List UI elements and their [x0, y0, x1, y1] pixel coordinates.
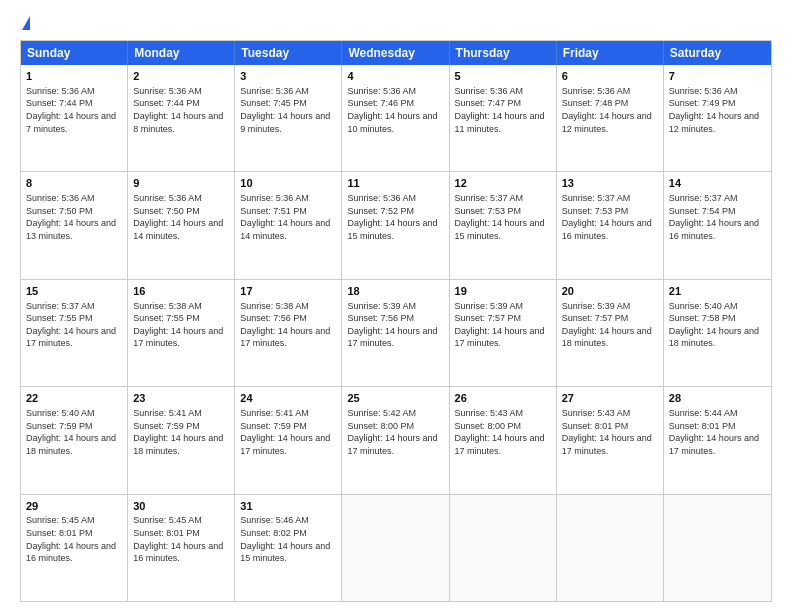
calendar-cell: 22Sunrise: 5:40 AMSunset: 7:59 PMDayligh… [21, 387, 128, 493]
day-number: 6 [562, 69, 658, 84]
calendar-cell: 11Sunrise: 5:36 AMSunset: 7:52 PMDayligh… [342, 172, 449, 278]
calendar-cell: 15Sunrise: 5:37 AMSunset: 7:55 PMDayligh… [21, 280, 128, 386]
day-number: 16 [133, 284, 229, 299]
calendar-cell: 31Sunrise: 5:46 AMSunset: 8:02 PMDayligh… [235, 495, 342, 601]
calendar-header-wednesday: Wednesday [342, 41, 449, 65]
day-number: 1 [26, 69, 122, 84]
day-number: 23 [133, 391, 229, 406]
calendar-week-1: 1Sunrise: 5:36 AMSunset: 7:44 PMDaylight… [21, 65, 771, 172]
cell-text: Sunrise: 5:36 AMSunset: 7:49 PMDaylight:… [669, 85, 766, 135]
day-number: 3 [240, 69, 336, 84]
calendar-cell: 17Sunrise: 5:38 AMSunset: 7:56 PMDayligh… [235, 280, 342, 386]
day-number: 26 [455, 391, 551, 406]
calendar-header-saturday: Saturday [664, 41, 771, 65]
calendar-cell [450, 495, 557, 601]
day-number: 13 [562, 176, 658, 191]
cell-text: Sunrise: 5:39 AMSunset: 7:56 PMDaylight:… [347, 300, 443, 350]
day-number: 27 [562, 391, 658, 406]
day-number: 18 [347, 284, 443, 299]
page: SundayMondayTuesdayWednesdayThursdayFrid… [0, 0, 792, 612]
day-number: 5 [455, 69, 551, 84]
cell-text: Sunrise: 5:40 AMSunset: 7:58 PMDaylight:… [669, 300, 766, 350]
calendar-header-monday: Monday [128, 41, 235, 65]
calendar-cell: 3Sunrise: 5:36 AMSunset: 7:45 PMDaylight… [235, 65, 342, 171]
cell-text: Sunrise: 5:43 AMSunset: 8:01 PMDaylight:… [562, 407, 658, 457]
cell-text: Sunrise: 5:45 AMSunset: 8:01 PMDaylight:… [26, 514, 122, 564]
day-number: 25 [347, 391, 443, 406]
day-number: 9 [133, 176, 229, 191]
day-number: 8 [26, 176, 122, 191]
cell-text: Sunrise: 5:36 AMSunset: 7:51 PMDaylight:… [240, 192, 336, 242]
day-number: 2 [133, 69, 229, 84]
calendar-cell: 23Sunrise: 5:41 AMSunset: 7:59 PMDayligh… [128, 387, 235, 493]
cell-text: Sunrise: 5:36 AMSunset: 7:50 PMDaylight:… [133, 192, 229, 242]
calendar-cell: 24Sunrise: 5:41 AMSunset: 7:59 PMDayligh… [235, 387, 342, 493]
day-number: 20 [562, 284, 658, 299]
calendar-cell: 7Sunrise: 5:36 AMSunset: 7:49 PMDaylight… [664, 65, 771, 171]
cell-text: Sunrise: 5:39 AMSunset: 7:57 PMDaylight:… [562, 300, 658, 350]
calendar-body: 1Sunrise: 5:36 AMSunset: 7:44 PMDaylight… [21, 65, 771, 601]
calendar-cell: 5Sunrise: 5:36 AMSunset: 7:47 PMDaylight… [450, 65, 557, 171]
calendar-cell: 13Sunrise: 5:37 AMSunset: 7:53 PMDayligh… [557, 172, 664, 278]
cell-text: Sunrise: 5:44 AMSunset: 8:01 PMDaylight:… [669, 407, 766, 457]
calendar-cell: 28Sunrise: 5:44 AMSunset: 8:01 PMDayligh… [664, 387, 771, 493]
calendar-cell: 21Sunrise: 5:40 AMSunset: 7:58 PMDayligh… [664, 280, 771, 386]
cell-text: Sunrise: 5:45 AMSunset: 8:01 PMDaylight:… [133, 514, 229, 564]
calendar-week-4: 22Sunrise: 5:40 AMSunset: 7:59 PMDayligh… [21, 387, 771, 494]
cell-text: Sunrise: 5:41 AMSunset: 7:59 PMDaylight:… [240, 407, 336, 457]
calendar-cell: 20Sunrise: 5:39 AMSunset: 7:57 PMDayligh… [557, 280, 664, 386]
cell-text: Sunrise: 5:39 AMSunset: 7:57 PMDaylight:… [455, 300, 551, 350]
calendar-cell: 14Sunrise: 5:37 AMSunset: 7:54 PMDayligh… [664, 172, 771, 278]
calendar-cell: 29Sunrise: 5:45 AMSunset: 8:01 PMDayligh… [21, 495, 128, 601]
calendar-week-5: 29Sunrise: 5:45 AMSunset: 8:01 PMDayligh… [21, 495, 771, 601]
calendar-cell: 27Sunrise: 5:43 AMSunset: 8:01 PMDayligh… [557, 387, 664, 493]
day-number: 21 [669, 284, 766, 299]
calendar-header-sunday: Sunday [21, 41, 128, 65]
calendar-cell: 26Sunrise: 5:43 AMSunset: 8:00 PMDayligh… [450, 387, 557, 493]
cell-text: Sunrise: 5:36 AMSunset: 7:44 PMDaylight:… [133, 85, 229, 135]
day-number: 14 [669, 176, 766, 191]
calendar: SundayMondayTuesdayWednesdayThursdayFrid… [20, 40, 772, 602]
day-number: 24 [240, 391, 336, 406]
cell-text: Sunrise: 5:36 AMSunset: 7:47 PMDaylight:… [455, 85, 551, 135]
calendar-cell: 16Sunrise: 5:38 AMSunset: 7:55 PMDayligh… [128, 280, 235, 386]
calendar-cell: 12Sunrise: 5:37 AMSunset: 7:53 PMDayligh… [450, 172, 557, 278]
cell-text: Sunrise: 5:37 AMSunset: 7:55 PMDaylight:… [26, 300, 122, 350]
cell-text: Sunrise: 5:37 AMSunset: 7:53 PMDaylight:… [562, 192, 658, 242]
day-number: 7 [669, 69, 766, 84]
calendar-cell: 30Sunrise: 5:45 AMSunset: 8:01 PMDayligh… [128, 495, 235, 601]
day-number: 30 [133, 499, 229, 514]
day-number: 17 [240, 284, 336, 299]
calendar-header-friday: Friday [557, 41, 664, 65]
cell-text: Sunrise: 5:36 AMSunset: 7:48 PMDaylight:… [562, 85, 658, 135]
cell-text: Sunrise: 5:43 AMSunset: 8:00 PMDaylight:… [455, 407, 551, 457]
calendar-cell: 18Sunrise: 5:39 AMSunset: 7:56 PMDayligh… [342, 280, 449, 386]
day-number: 19 [455, 284, 551, 299]
logo [20, 16, 30, 32]
cell-text: Sunrise: 5:38 AMSunset: 7:56 PMDaylight:… [240, 300, 336, 350]
cell-text: Sunrise: 5:42 AMSunset: 8:00 PMDaylight:… [347, 407, 443, 457]
calendar-week-2: 8Sunrise: 5:36 AMSunset: 7:50 PMDaylight… [21, 172, 771, 279]
day-number: 31 [240, 499, 336, 514]
cell-text: Sunrise: 5:36 AMSunset: 7:50 PMDaylight:… [26, 192, 122, 242]
cell-text: Sunrise: 5:41 AMSunset: 7:59 PMDaylight:… [133, 407, 229, 457]
calendar-header-thursday: Thursday [450, 41, 557, 65]
day-number: 15 [26, 284, 122, 299]
cell-text: Sunrise: 5:36 AMSunset: 7:46 PMDaylight:… [347, 85, 443, 135]
calendar-cell: 2Sunrise: 5:36 AMSunset: 7:44 PMDaylight… [128, 65, 235, 171]
calendar-cell: 8Sunrise: 5:36 AMSunset: 7:50 PMDaylight… [21, 172, 128, 278]
calendar-header-tuesday: Tuesday [235, 41, 342, 65]
day-number: 29 [26, 499, 122, 514]
day-number: 28 [669, 391, 766, 406]
calendar-cell: 1Sunrise: 5:36 AMSunset: 7:44 PMDaylight… [21, 65, 128, 171]
cell-text: Sunrise: 5:36 AMSunset: 7:45 PMDaylight:… [240, 85, 336, 135]
cell-text: Sunrise: 5:46 AMSunset: 8:02 PMDaylight:… [240, 514, 336, 564]
logo-arrow-icon [22, 16, 30, 30]
day-number: 4 [347, 69, 443, 84]
calendar-cell: 25Sunrise: 5:42 AMSunset: 8:00 PMDayligh… [342, 387, 449, 493]
calendar-cell: 19Sunrise: 5:39 AMSunset: 7:57 PMDayligh… [450, 280, 557, 386]
calendar-cell [664, 495, 771, 601]
calendar-header: SundayMondayTuesdayWednesdayThursdayFrid… [21, 41, 771, 65]
header [20, 16, 772, 32]
day-number: 10 [240, 176, 336, 191]
